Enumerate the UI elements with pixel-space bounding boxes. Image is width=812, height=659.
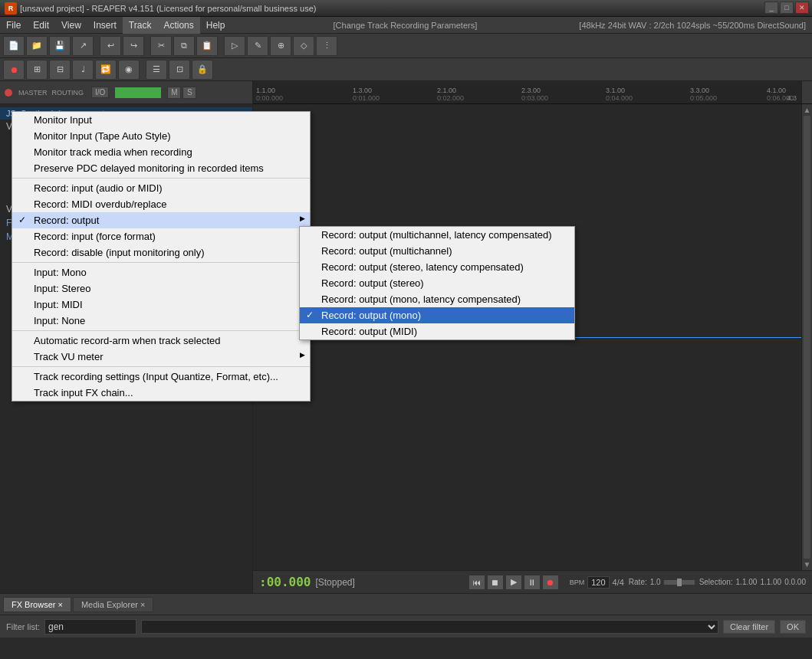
tab-media-explorer[interactable]: Media Explorer × bbox=[73, 597, 153, 612]
record-button[interactable]: ⏺ bbox=[3, 60, 25, 80]
grid-button[interactable]: ⊟ bbox=[49, 60, 71, 80]
redo-button[interactable]: ↪ bbox=[123, 36, 144, 56]
app-icon: R bbox=[5, 2, 17, 15]
saveas-button[interactable]: ↗ bbox=[72, 36, 94, 56]
cm-sep-2 bbox=[12, 262, 310, 263]
menu-view[interactable]: View bbox=[55, 17, 87, 34]
bpm-label: BPM bbox=[570, 579, 585, 586]
cm-input-fx-chain[interactable]: Track input FX chain... bbox=[12, 385, 310, 401]
time-sig: 4/4 bbox=[613, 578, 624, 587]
pause-button[interactable]: ⏸ bbox=[524, 575, 541, 590]
record-arm-light bbox=[5, 89, 12, 97]
undo-button[interactable]: ↩ bbox=[100, 36, 121, 56]
menu-insert[interactable]: Insert bbox=[87, 17, 123, 34]
metronome-button[interactable]: ♩ bbox=[72, 60, 94, 80]
cm-record-input[interactable]: Record: input (audio or MIDI) bbox=[12, 180, 310, 196]
selection-start: 1.1.00 bbox=[736, 578, 758, 586]
cm-monitor-tape[interactable]: Monitor Input (Tape Auto Style) bbox=[12, 128, 310, 144]
vertical-scrollbar[interactable]: ▲ ▼ bbox=[801, 104, 812, 570]
rec-button[interactable]: ⏺ bbox=[542, 575, 559, 590]
rate-slider[interactable] bbox=[664, 580, 695, 585]
time-value: :00.000 bbox=[259, 575, 311, 589]
filter-input[interactable] bbox=[44, 619, 136, 634]
tool5-button[interactable]: ⋮ bbox=[316, 36, 337, 56]
menu-actions[interactable]: Actions bbox=[157, 17, 199, 34]
menu-edit[interactable]: Edit bbox=[27, 17, 55, 34]
bpm-value[interactable]: 120 bbox=[587, 576, 609, 589]
transport-controls: ⏮ ⏹ ▶ ⏸ ⏺ bbox=[468, 575, 559, 590]
cm-preserve-pdc[interactable]: Preserve PDC delayed monitoring in recor… bbox=[12, 160, 310, 176]
scroll-down-button[interactable]: ▼ bbox=[802, 559, 812, 570]
cm-input-mono[interactable]: Input: Mono bbox=[12, 264, 310, 280]
cm-auto-arm[interactable]: Automatic record-arm when track selected bbox=[12, 333, 310, 349]
status-center: [Change Track Recording Parameters] bbox=[231, 21, 579, 30]
sm-mono-latency[interactable]: Record: output (mono, latency compensate… bbox=[300, 291, 574, 307]
loop-button[interactable]: 🔁 bbox=[95, 60, 117, 80]
menu-track[interactable]: Track bbox=[123, 17, 158, 34]
cm-monitor-media[interactable]: Monitor track media when recording bbox=[12, 144, 310, 160]
new-button[interactable]: 📄 bbox=[3, 36, 25, 56]
solo-button[interactable]: S bbox=[182, 87, 196, 99]
scroll-thumb[interactable] bbox=[804, 116, 810, 559]
filter-label: Filter list: bbox=[6, 622, 40, 631]
play-button[interactable]: ▶ bbox=[505, 575, 522, 590]
tick-8: 4.3 bbox=[787, 94, 797, 102]
snap-button[interactable]: ⊞ bbox=[26, 60, 48, 80]
maximize-button[interactable]: □ bbox=[780, 2, 794, 14]
view3-button[interactable]: 🔒 bbox=[192, 60, 213, 80]
rate-area: Rate: 1.0 bbox=[629, 578, 695, 586]
view2-button[interactable]: ⊡ bbox=[169, 60, 190, 80]
paste-button[interactable]: 📋 bbox=[196, 36, 218, 56]
sm-multichannel-latency[interactable]: Record: output (multichannel, latency co… bbox=[300, 227, 574, 243]
minimize-button[interactable]: _ bbox=[764, 2, 778, 14]
menu-help[interactable]: Help bbox=[200, 17, 232, 34]
cm-record-disable[interactable]: Record: disable (input monitoring only) bbox=[12, 244, 310, 261]
tool2-button[interactable]: ✎ bbox=[247, 36, 268, 56]
cm-monitor-input[interactable]: Monitor Input bbox=[12, 112, 310, 128]
io-button[interactable]: I/O bbox=[91, 87, 109, 98]
view1-button[interactable]: ☰ bbox=[146, 60, 167, 80]
open-button[interactable]: 📁 bbox=[26, 36, 48, 56]
sm-midi[interactable]: Record: output (MIDI) bbox=[300, 323, 574, 339]
cm-input-stereo[interactable]: Input: Stereo bbox=[12, 280, 310, 297]
cm-input-midi[interactable]: Input: MIDI bbox=[12, 297, 310, 313]
save-button[interactable]: 💾 bbox=[49, 36, 71, 56]
toolbar-2: ⏺ ⊞ ⊟ ♩ 🔁 ◉ ☰ ⊡ 🔒 bbox=[0, 58, 812, 81]
close-button[interactable]: ✕ bbox=[795, 2, 809, 14]
cm-record-settings[interactable]: Track recording settings (Input Quantize… bbox=[12, 369, 310, 385]
tool3-button[interactable]: ⊕ bbox=[270, 36, 291, 56]
cut-button[interactable]: ✂ bbox=[150, 36, 172, 56]
cm-record-midi[interactable]: Record: MIDI overdub/replace bbox=[12, 196, 310, 212]
tool4-button[interactable]: ◇ bbox=[293, 36, 314, 56]
cm-vu-meter[interactable]: Track VU meter bbox=[12, 349, 310, 365]
sm-stereo[interactable]: Record: output (stereo) bbox=[300, 275, 574, 291]
time-display: :00.000 bbox=[259, 575, 311, 589]
menu-file[interactable]: File bbox=[0, 17, 27, 34]
tick-3: 2.1.000:02.000 bbox=[437, 87, 464, 102]
punch-button[interactable]: ◉ bbox=[118, 60, 140, 80]
sm-mono[interactable]: Record: output (mono) bbox=[300, 307, 574, 323]
cm-input-none[interactable]: Input: None bbox=[12, 313, 310, 329]
tab-fx-browser[interactable]: FX Browser × bbox=[3, 597, 71, 612]
stop-button[interactable]: ⏹ bbox=[487, 575, 504, 590]
cm-record-output[interactable]: Record: output bbox=[12, 212, 310, 228]
tick-2: 1.3.000:01.000 bbox=[353, 87, 380, 102]
volume-display bbox=[115, 87, 161, 98]
ok-button[interactable]: OK bbox=[780, 620, 806, 634]
filter-dropdown[interactable] bbox=[141, 620, 718, 634]
status-right: [48kHz 24bit WAV : 2/2ch 1024spls ~55/20… bbox=[579, 21, 812, 30]
tick-5: 3.1.000:04.000 bbox=[606, 87, 633, 102]
clear-filter-button[interactable]: Clear filter bbox=[723, 620, 775, 634]
sm-stereo-latency[interactable]: Record: output (stereo, latency compensa… bbox=[300, 259, 574, 275]
bpm-area: BPM 120 4/4 bbox=[570, 576, 624, 589]
copy-button[interactable]: ⧉ bbox=[173, 36, 195, 56]
tick-4: 2.3.000:03.000 bbox=[521, 87, 548, 102]
tool1-button[interactable]: ▷ bbox=[224, 36, 245, 56]
selection-area: Selection: 1.1.00 1.1.00 0.0.00 bbox=[699, 578, 806, 586]
cm-sep-3 bbox=[12, 330, 310, 331]
scroll-up-button[interactable]: ▲ bbox=[802, 104, 812, 116]
cm-record-input-force[interactable]: Record: input (force format) bbox=[12, 228, 310, 244]
rewind-button[interactable]: ⏮ bbox=[468, 575, 485, 590]
mute-button[interactable]: M bbox=[167, 87, 181, 99]
sm-multichannel[interactable]: Record: output (multichannel) bbox=[300, 243, 574, 259]
